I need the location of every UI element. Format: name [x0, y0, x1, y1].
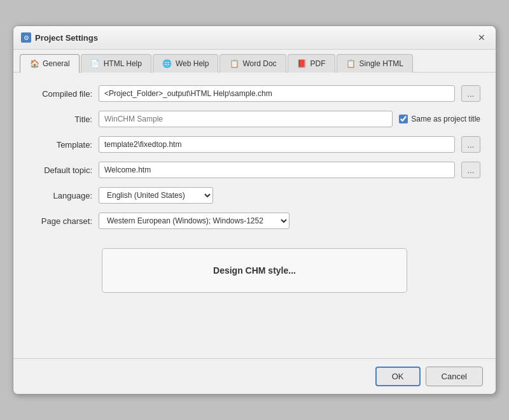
title-label: Title: [29, 115, 92, 124]
tab-html-help-label: HTML Help [104, 59, 142, 68]
ok-button[interactable]: OK [375, 367, 421, 386]
cancel-button[interactable]: Cancel [426, 367, 483, 386]
tab-content: Compiled file: ... Title: Same as projec… [13, 73, 496, 358]
tab-single-html[interactable]: 📋 Single HTML [337, 54, 413, 73]
compiled-file-input[interactable] [99, 85, 455, 102]
template-browse-button[interactable]: ... [461, 136, 480, 153]
template-input[interactable] [99, 136, 455, 153]
page-charset-select[interactable]: Western European (Windows); Windows-1252… [99, 213, 289, 229]
language-select[interactable]: English (United States) English (UK) Fre… [99, 187, 213, 204]
tab-html-help[interactable]: 📄 HTML Help [81, 54, 151, 73]
tab-pdf-label: PDF [310, 59, 326, 68]
single-html-tab-icon: 📋 [346, 59, 356, 69]
template-row: Template: ... [29, 136, 480, 153]
default-topic-row: Default topic: ... [29, 162, 480, 178]
web-help-tab-icon: 🌐 [162, 59, 172, 69]
tab-single-html-label: Single HTML [359, 59, 403, 68]
general-tab-icon: 🏠 [29, 59, 39, 69]
tab-pdf[interactable]: 📕 PDF [288, 54, 335, 73]
dialog-title: Project Settings [35, 33, 98, 43]
word-doc-tab-icon: 📋 [229, 59, 239, 69]
language-row: Language: English (United States) Englis… [29, 187, 480, 204]
tab-web-help-label: Web Help [176, 59, 209, 68]
title-bar: ⚙ Project Settings ✕ [13, 26, 496, 50]
dialog-icon: ⚙ [21, 32, 31, 43]
title-input[interactable] [99, 111, 393, 127]
page-charset-row: Page charset: Western European (Windows)… [29, 213, 480, 229]
default-topic-browse-button[interactable]: ... [461, 162, 480, 178]
tab-general-label: General [43, 59, 70, 68]
same-as-project-checkbox-row: Same as project title [399, 115, 480, 123]
title-row: Title: Same as project title [29, 111, 480, 127]
tab-word-doc[interactable]: 📋 Word Doc [220, 54, 286, 73]
default-topic-input[interactable] [99, 162, 455, 178]
tab-web-help[interactable]: 🌐 Web Help [153, 54, 218, 73]
close-button[interactable]: ✕ [475, 31, 488, 44]
pdf-tab-icon: 📕 [297, 59, 307, 69]
dialog-footer: OK Cancel [13, 358, 496, 394]
compiled-file-row: Compiled file: ... [29, 85, 480, 102]
html-help-tab-icon: 📄 [90, 59, 101, 69]
title-bar-left: ⚙ Project Settings [21, 32, 98, 43]
same-as-project-label: Same as project title [411, 115, 480, 123]
tab-word-doc-label: Word Doc [242, 59, 276, 68]
compiled-file-label: Compiled file: [29, 89, 92, 99]
compiled-file-browse-button[interactable]: ... [461, 85, 480, 102]
template-label: Template: [29, 140, 92, 150]
same-as-project-checkbox[interactable] [399, 115, 408, 123]
language-label: Language: [29, 191, 92, 200]
project-settings-dialog: ⚙ Project Settings ✕ 🏠 General 📄 HTML He… [13, 25, 496, 395]
page-charset-label: Page charset: [29, 216, 92, 226]
tab-general[interactable]: 🏠 General [20, 54, 80, 73]
tab-bar: 🏠 General 📄 HTML Help 🌐 Web Help 📋 Word … [13, 50, 496, 73]
design-chm-button[interactable]: Design CHM style... [102, 248, 407, 293]
default-topic-label: Default topic: [29, 165, 92, 175]
